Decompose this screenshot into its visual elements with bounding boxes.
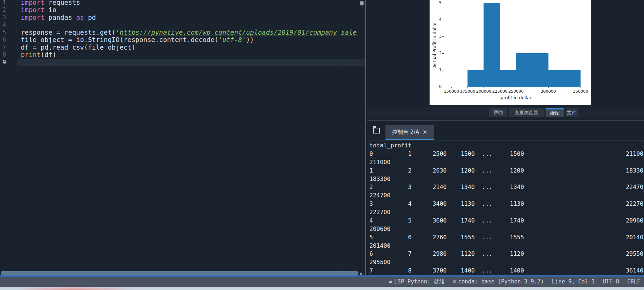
x-tick-label: 300000	[539, 89, 558, 94]
status-label: conda: base (Python 3.9.7)	[458, 278, 544, 285]
status-interpreter[interactable]: ⊘conda: base (Python 3.9.7)	[453, 278, 544, 285]
status-bar: ⇄LSP Python: 就绪⊘conda: base (Python 3.9.…	[0, 277, 644, 287]
taskbar-glow	[18, 287, 131, 290]
x-tick	[548, 87, 549, 88]
console-output[interactable]: total_profit0 1 2500 1500 ... 1500 21100…	[368, 140, 644, 275]
line-number[interactable]: 8	[3, 51, 13, 58]
status-label: Line 9, Col 1	[552, 278, 594, 285]
code-token: import	[21, 6, 44, 13]
console-line: 7 8 3700 1400 ... 1400 36140	[368, 267, 644, 275]
console-line: 209600	[368, 225, 644, 233]
console-line: 0 1 2500 1500 ... 1500 21100	[368, 150, 644, 158]
code-token: response = requests.get(	[21, 29, 116, 36]
line-number[interactable]: 5	[3, 29, 13, 36]
y-tick	[442, 20, 444, 20]
code-token: '	[116, 29, 120, 36]
x-tick-label: 225000	[491, 89, 509, 94]
editor-horizontal-scrollbar[interactable]	[1, 271, 358, 275]
line-number[interactable]: 6	[3, 36, 13, 43]
histogram-bar	[484, 3, 500, 87]
console-line: 1 2 2630 1200 ... 1200 18330	[368, 167, 644, 175]
status-encoding: UTF-8	[603, 278, 619, 285]
line-number[interactable]: 3	[3, 14, 13, 21]
console-line: 2 3 2140 1340 ... 1340 22470	[368, 183, 644, 192]
code-token: df = pd.read_csv(file_object)	[21, 44, 135, 51]
right-spine	[588, 0, 588, 87]
code-token: (df)	[40, 51, 56, 58]
tab-variable-explorer[interactable]: 变量浏览器	[509, 108, 544, 117]
console-line: 3 4 3400 1130 ... 1130 22270	[368, 200, 644, 208]
code-line-6[interactable]: file_object = io.StringIO(response.conte…	[21, 36, 365, 44]
histogram-bar	[548, 70, 581, 87]
line-number[interactable]: 2	[3, 6, 13, 13]
x-tick	[451, 87, 452, 88]
status-label: UTF-8	[603, 278, 619, 285]
code-line-4[interactable]	[21, 21, 365, 29]
code-token: pd	[84, 14, 96, 21]
console-line: 183300	[368, 175, 644, 183]
column-guide-line	[338, 0, 338, 270]
code-line-5[interactable]: response = requests.get('https://pynativ…	[21, 29, 365, 36]
code-token: 'utf-8'	[218, 36, 246, 43]
histogram-bar	[500, 70, 516, 87]
code-line-7[interactable]: df = pd.read_csv(file_object)	[21, 44, 365, 51]
plots-pane-tabbar: 帮助变量浏览器绘图文件	[367, 107, 644, 117]
y-axis-label: Actual Profit in dollar	[432, 8, 437, 81]
console-text: total_profit0 1 2500 1500 ... 1500 21100…	[368, 140, 644, 275]
editor-vertical-scrollbar[interactable]	[360, 1, 364, 5]
code-token: pandas	[44, 14, 76, 21]
code-line-3[interactable]: import pandas as pd	[21, 14, 365, 22]
y-tick	[442, 53, 444, 54]
taskbar-strip	[0, 287, 644, 290]
code-token: ))	[246, 36, 254, 43]
x-tick	[500, 87, 500, 88]
console-line: 222700	[368, 208, 644, 217]
x-tick-label: 250000	[507, 89, 525, 94]
line-number[interactable]: 9	[3, 59, 13, 66]
code-line-2[interactable]: import io	[21, 6, 365, 14]
code-token: https://pynative.com/wp-content/uploads/…	[120, 29, 357, 36]
plot-figure: 0123451500001750002000002250002500003000…	[430, 0, 591, 105]
line-number[interactable]: 7	[3, 44, 13, 51]
histogram-bar	[468, 70, 484, 87]
pane-splitter[interactable]	[365, 0, 366, 275]
y-tick	[442, 70, 444, 70]
tab-files[interactable]: 文件	[566, 108, 578, 117]
y-axis-spine	[444, 0, 444, 87]
line-number[interactable]: 1	[3, 0, 13, 6]
status-label: LSP Python: 就绪	[394, 278, 445, 285]
scrollbar-right-arrow-icon[interactable]: ▶	[360, 272, 363, 275]
close-icon[interactable]: ×	[423, 129, 427, 135]
conda-icon: ⊘	[453, 278, 456, 285]
console-line: 201400	[368, 242, 644, 250]
code-token: import	[21, 14, 44, 21]
x-axis-label: profit in dollar	[444, 95, 588, 100]
x-tick	[484, 87, 484, 88]
line-number[interactable]: 4	[3, 21, 13, 28]
x-tick-label: 150000	[442, 89, 461, 94]
plots-pane: 0123451500001750002000002250002500003000…	[367, 0, 644, 120]
spyder-window: 123456789 import requestsimport ioimport…	[0, 0, 644, 290]
console-pane: 控制台 2/A × total_profit0 1 2500 1500 ... …	[367, 121, 644, 275]
code-token: as	[76, 14, 84, 21]
status-eol: CRLF	[627, 278, 640, 285]
console-line: 224700	[368, 192, 644, 200]
tab-help[interactable]: 帮助	[489, 108, 507, 117]
code-line-8[interactable]: print(df)	[21, 51, 365, 59]
histogram-bar	[516, 53, 548, 87]
x-tick	[581, 87, 581, 88]
console-line: 295500	[368, 258, 644, 267]
status-label: CRLF	[627, 278, 640, 285]
code-editor[interactable]: 123456789 import requestsimport ioimport…	[0, 0, 366, 275]
console-line: 6 7 2980 1120 ... 1120 29550	[368, 250, 644, 258]
tab-console[interactable]: 控制台 2/A ×	[385, 125, 434, 140]
window-icon	[373, 128, 380, 134]
browse-tabs-button[interactable]	[373, 126, 381, 134]
code-line-1[interactable]: import requests	[21, 0, 365, 7]
x-tick-label: 175000	[458, 89, 477, 94]
console-line: 4 5 3600 1740 ... 1740 20960	[368, 217, 644, 225]
tab-plots[interactable]: 绘图	[546, 108, 564, 117]
code-line-9[interactable]	[21, 59, 365, 66]
x-tick-label: 350000	[571, 89, 590, 94]
y-tick-label: 5	[434, 0, 442, 5]
